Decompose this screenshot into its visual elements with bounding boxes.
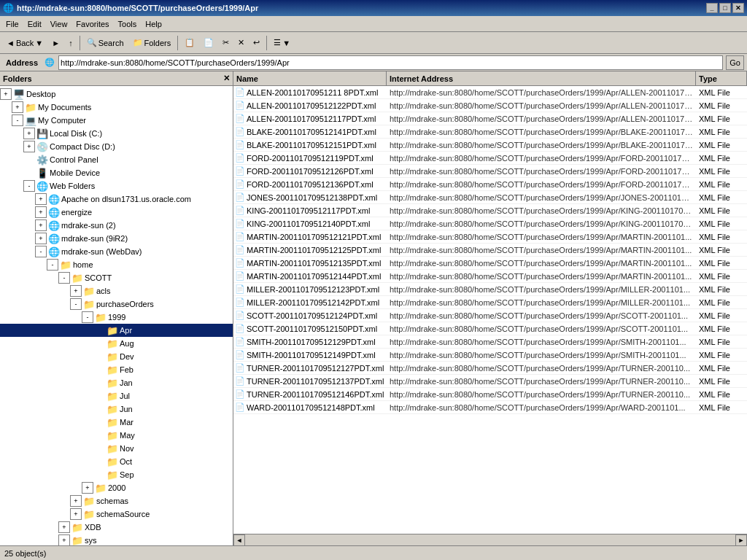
col-header-type[interactable]: Type — [696, 71, 747, 85]
scroll-right-button[interactable]: ► — [735, 534, 747, 546]
back-button[interactable]: ◄ Back ▼ — [3, 36, 47, 50]
col-header-name[interactable]: Name — [233, 71, 387, 85]
tree-item-sep[interactable]: 📁 Sep — [0, 468, 233, 481]
tree-expander[interactable]: + — [35, 193, 47, 205]
tree-item-nov[interactable]: 📁 Nov — [0, 442, 233, 455]
tree-expander[interactable]: + — [35, 206, 47, 218]
file-row[interactable]: 📄 FORD-2001101709512126PDT.xml http://md… — [233, 165, 747, 178]
address-input[interactable] — [58, 55, 723, 70]
file-row[interactable]: 📄 TURNER-2001101709512127PDT.xml http://… — [233, 362, 747, 375]
cut-button[interactable]: ✂ — [219, 36, 233, 50]
tree-item-jun[interactable]: 📁 Jun — [0, 402, 233, 416]
tree-item-desktop[interactable]: + 🖥️ Desktop — [0, 88, 233, 101]
folders-button[interactable]: 📁 Folders — [129, 36, 175, 50]
copy-button[interactable]: 📋 — [181, 36, 198, 50]
tree-item-xdb[interactable]: + 📁 XDB — [0, 521, 233, 534]
tree-item-may[interactable]: 📁 May — [0, 429, 233, 442]
tree-item-dev[interactable]: 📁 Dev — [0, 350, 233, 363]
file-row[interactable]: 📄 TURNER-2001101709512146PDT.xml http://… — [233, 388, 747, 401]
menu-help[interactable]: Help — [141, 18, 166, 30]
tree-item-control-panel[interactable]: ⚙️ Control Panel — [0, 153, 233, 166]
file-row[interactable]: 📄 WARD-2001101709512148PDT.xml http://md… — [233, 401, 747, 414]
tree-item-schemasource[interactable]: + 📁 schemaSource — [0, 508, 233, 521]
file-row[interactable]: 📄 MARTIN-2001101709512121PDT.xml http://… — [233, 230, 747, 244]
tree-expander[interactable]: - — [12, 114, 23, 126]
file-row[interactable]: 📄 TURNER-2001101709512137PDT.xml http://… — [233, 375, 747, 388]
file-row[interactable]: 📄 SMITH-2001101709512149PDT.xml http://m… — [233, 349, 747, 362]
file-row[interactable]: 📄 MARTIN-2001101709512144PDT.xml http://… — [233, 270, 747, 283]
menu-file[interactable]: File — [1, 18, 23, 30]
file-row[interactable]: 📄 KING-2001101709512140PDT.xml http://md… — [233, 217, 747, 230]
tree-item-web-folders[interactable]: - 🌐 Web Folders — [0, 179, 233, 192]
close-button[interactable]: ✕ — [732, 3, 744, 13]
tree-expander[interactable]: + — [70, 495, 82, 507]
views-dropdown-icon[interactable]: ▼ — [282, 39, 290, 47]
tree-expander[interactable]: - — [70, 298, 82, 310]
file-row[interactable]: 📄 SCOTT-2001101709512150PDT.xml http://m… — [233, 322, 747, 335]
file-row[interactable]: 📄 FORD-2001101709512119PDT.xml http://md… — [233, 152, 747, 165]
tree-item-mdrake-sun-2[interactable]: + 🌐 mdrake-sun (2) — [0, 219, 233, 232]
file-row[interactable]: 📄 ALLEN-2001101709512117PDT.xml http://m… — [233, 112, 747, 125]
tree-expander[interactable]: - — [82, 311, 93, 323]
tree-item-home[interactable]: - 📁 home — [0, 258, 233, 271]
tree-item-acls[interactable]: + 📁 acls — [0, 284, 233, 298]
undo-button[interactable]: ↩ — [249, 36, 263, 50]
folders-close-button[interactable]: ✕ — [223, 74, 230, 83]
file-row[interactable]: 📄 ALLEN-200110170951211 8PDT.xml http://… — [233, 86, 747, 99]
file-row[interactable]: 📄 MARTIN-2001101709512135PDT.xml http://… — [233, 257, 747, 270]
delete-button[interactable]: ✕ — [234, 36, 248, 50]
file-row[interactable]: 📄 MILLER-2001101709512123PDT.xml http://… — [233, 283, 747, 296]
tree-item-scott[interactable]: - 📁 SCOTT — [0, 271, 233, 284]
tree-expander[interactable]: + — [70, 508, 82, 520]
tree-expander[interactable]: - — [47, 259, 58, 271]
back-dropdown-icon[interactable]: ▼ — [35, 39, 43, 47]
tree-item-compact-disc[interactable]: + 💿 Compact Disc (D:) — [0, 140, 233, 153]
tree-item-my-docs[interactable]: + 📁 My Documents — [0, 101, 233, 114]
tree-expander[interactable]: + — [58, 534, 70, 545]
scroll-left-button[interactable]: ◄ — [233, 534, 245, 546]
forward-button[interactable]: ► — [48, 36, 63, 50]
tree-expander[interactable]: - — [58, 272, 70, 284]
tree-expander[interactable]: + — [12, 101, 23, 113]
tree-item-aug[interactable]: 📁 Aug — [0, 337, 233, 350]
tree-expander[interactable]: + — [23, 141, 35, 152]
tree-item-feb[interactable]: 📁 Feb — [0, 363, 233, 376]
tree-item-year-1999[interactable]: - 📁 1999 — [0, 311, 233, 324]
menu-edit[interactable]: Edit — [23, 18, 46, 30]
tree-item-mdrake-sun-webdav[interactable]: - 🌐 mdrake-sun (WebDav) — [0, 245, 233, 258]
file-row[interactable]: 📄 FORD-2001101709512136PDT.xml http://md… — [233, 178, 747, 191]
tree-item-mobile-device[interactable]: 📱 Mobile Device — [0, 166, 233, 179]
tree-expander[interactable]: + — [58, 521, 70, 533]
tree-item-energize[interactable]: + 🌐 energize — [0, 206, 233, 219]
search-button[interactable]: 🔍 Search — [83, 36, 128, 50]
file-row[interactable]: 📄 MARTIN-2001101709512125PDT.xml http://… — [233, 244, 747, 257]
col-header-internet[interactable]: Internet Address — [387, 71, 696, 85]
views-button[interactable]: ☰ ▼ — [270, 36, 294, 50]
tree-item-schemas[interactable]: + 📁 schemas — [0, 494, 233, 508]
file-row[interactable]: 📄 JONES-2001101709512138PDT.xml http://m… — [233, 191, 747, 204]
menu-favorites[interactable]: Favorites — [71, 18, 113, 30]
horizontal-scrollbar[interactable]: ◄ ► — [233, 534, 747, 545]
tree-item-purchaseorders[interactable]: - 📁 purchaseOrders — [0, 298, 233, 311]
tree-expander[interactable]: + — [82, 482, 93, 494]
file-row[interactable]: 📄 SMITH-2001101709512129PDT.xml http://m… — [233, 335, 747, 349]
tree-expander[interactable]: + — [35, 233, 47, 244]
tree-expander[interactable]: + — [0, 88, 12, 100]
paste-button[interactable]: 📄 — [200, 36, 217, 50]
tree-expander[interactable]: + — [23, 128, 35, 139]
tree-item-year-2000[interactable]: + 📁 2000 — [0, 481, 233, 494]
go-button[interactable]: Go — [726, 55, 744, 70]
file-row[interactable]: 📄 ALLEN-2001101709512122PDT.xml http://m… — [233, 99, 747, 112]
tree-item-apache[interactable]: + 🌐 Apache on dlsun1731.us.oracle.com — [0, 192, 233, 206]
tree-expander[interactable]: - — [35, 246, 47, 257]
tree-item-mdrake-sun-9ir2[interactable]: + 🌐 mdrake-sun (9iR2) — [0, 232, 233, 245]
tree-expander[interactable]: - — [23, 180, 35, 192]
menu-tools[interactable]: Tools — [114, 18, 142, 30]
tree-expander[interactable]: + — [70, 285, 82, 297]
minimize-button[interactable]: _ — [706, 3, 718, 13]
file-row[interactable]: 📄 SCOTT-2001101709512124PDT.xml http://m… — [233, 309, 747, 322]
up-button[interactable]: ↑ — [65, 36, 77, 50]
maximize-button[interactable]: □ — [719, 3, 731, 13]
file-list-body[interactable]: 📄 ALLEN-200110170951211 8PDT.xml http://… — [233, 86, 747, 534]
file-row[interactable]: 📄 KING-2001101709512117PDT.xml http://md… — [233, 204, 747, 217]
